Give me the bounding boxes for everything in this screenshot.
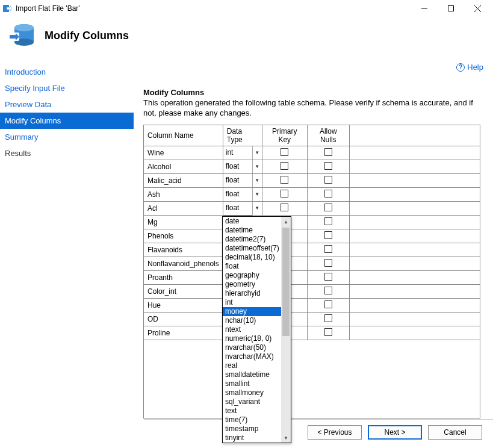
checkbox[interactable]: [324, 328, 332, 336]
dropdown-option[interactable]: nchar(10): [223, 316, 281, 325]
cell-column-name[interactable]: Proanth: [144, 270, 223, 284]
dropdown-option[interactable]: timestamp: [223, 425, 281, 434]
checkbox[interactable]: [324, 300, 332, 308]
dropdown-option[interactable]: sql_variant: [223, 397, 281, 406]
cell-column-name[interactable]: Alcohol: [144, 160, 223, 173]
previous-button[interactable]: < Previous: [308, 425, 362, 440]
checkbox[interactable]: [324, 190, 332, 198]
dropdown-option[interactable]: datetime2(7): [223, 235, 281, 244]
cell-column-name[interactable]: Nonflavanoid_phenols: [144, 257, 223, 270]
dropdown-option[interactable]: smallint: [223, 379, 281, 388]
dropdown-option[interactable]: money: [223, 307, 281, 316]
sidebar-item-summary[interactable]: Summary: [0, 129, 134, 145]
cell-allow-nulls[interactable]: [307, 312, 349, 326]
cell-allow-nulls[interactable]: [307, 146, 349, 160]
checkbox[interactable]: [324, 245, 332, 253]
cell-column-name[interactable]: OD: [144, 312, 223, 326]
cell-allow-nulls[interactable]: [307, 201, 349, 215]
datatype-dropdown[interactable]: datedatetimedatetime2(7)datetimeoffset(7…: [222, 216, 291, 443]
dropdown-option[interactable]: datetimeoffset(7): [223, 244, 281, 253]
cell-data-type[interactable]: int▼: [223, 146, 262, 160]
checkbox[interactable]: [281, 190, 288, 198]
checkbox[interactable]: [324, 273, 332, 281]
checkbox[interactable]: [324, 231, 332, 239]
cell-allow-nulls[interactable]: [307, 298, 349, 312]
checkbox[interactable]: [324, 148, 332, 156]
cell-column-name[interactable]: Proline: [144, 326, 223, 340]
cell-data-type[interactable]: float▼: [223, 160, 262, 173]
scroll-down-arrow[interactable]: ▼: [281, 433, 291, 443]
dropdown-option[interactable]: hierarchyid: [223, 289, 281, 298]
dropdown-option[interactable]: real: [223, 361, 281, 370]
next-button[interactable]: Next >: [368, 425, 422, 440]
sidebar-item-specify-input-file[interactable]: Specify Input File: [0, 80, 134, 96]
cell-column-name[interactable]: Acl: [144, 201, 223, 215]
dropdown-arrow-icon[interactable]: ▼: [252, 160, 262, 173]
cell-allow-nulls[interactable]: [307, 229, 349, 243]
dropdown-option[interactable]: decimal(18, 10): [223, 253, 281, 262]
cell-allow-nulls[interactable]: [307, 215, 349, 229]
sidebar-item-introduction[interactable]: Introduction: [0, 64, 134, 80]
cancel-button[interactable]: Cancel: [428, 425, 482, 440]
dropdown-arrow-icon[interactable]: ▼: [252, 188, 262, 201]
sidebar-item-results[interactable]: Results: [0, 145, 134, 161]
help-link[interactable]: ? Help: [456, 63, 483, 72]
cell-column-name[interactable]: Ash: [144, 187, 223, 201]
cell-allow-nulls[interactable]: [307, 270, 349, 284]
checkbox[interactable]: [324, 176, 332, 184]
dropdown-option[interactable]: text: [223, 406, 281, 415]
cell-column-name[interactable]: Wine: [144, 146, 223, 160]
cell-allow-nulls[interactable]: [307, 326, 349, 340]
dropdown-option[interactable]: float: [223, 262, 281, 271]
checkbox[interactable]: [324, 217, 332, 225]
checkbox[interactable]: [281, 162, 288, 170]
cell-data-type[interactable]: float▼: [223, 173, 262, 187]
checkbox[interactable]: [324, 259, 332, 267]
dropdown-option[interactable]: time(7): [223, 415, 281, 425]
checkbox[interactable]: [324, 287, 332, 294]
cell-column-name[interactable]: Hue: [144, 298, 223, 312]
dropdown-arrow-icon[interactable]: ▼: [252, 202, 262, 215]
cell-primary-key[interactable]: [262, 160, 307, 173]
dropdown-arrow-icon[interactable]: ▼: [252, 146, 262, 160]
cell-column-name[interactable]: Color_int: [144, 284, 223, 298]
sidebar-item-modify-columns[interactable]: Modify Columns: [0, 113, 134, 129]
dropdown-option[interactable]: smallmoney: [223, 388, 281, 397]
maximize-button[interactable]: [438, 0, 464, 17]
checkbox[interactable]: [281, 176, 288, 184]
minimize-button[interactable]: [411, 0, 438, 17]
close-button[interactable]: [464, 0, 491, 17]
dropdown-option[interactable]: smalldatetime: [223, 370, 281, 379]
dropdown-scrollbar[interactable]: ▲ ▼: [281, 217, 291, 443]
dropdown-option[interactable]: numeric(18, 0): [223, 334, 281, 343]
cell-allow-nulls[interactable]: [307, 257, 349, 270]
scroll-thumb[interactable]: [282, 228, 290, 336]
cell-column-name[interactable]: Phenols: [144, 229, 223, 243]
cell-allow-nulls[interactable]: [307, 243, 349, 257]
cell-allow-nulls[interactable]: [307, 187, 349, 201]
dropdown-option[interactable]: geometry: [223, 280, 281, 289]
dropdown-option[interactable]: geography: [223, 271, 281, 280]
dropdown-option[interactable]: int: [223, 298, 281, 307]
sidebar-item-preview-data[interactable]: Preview Data: [0, 96, 134, 113]
scroll-up-arrow[interactable]: ▲: [281, 217, 291, 226]
dropdown-arrow-icon[interactable]: ▼: [252, 174, 262, 187]
checkbox[interactable]: [324, 162, 332, 170]
cell-primary-key[interactable]: [262, 146, 307, 160]
cell-primary-key[interactable]: [262, 173, 307, 187]
dropdown-option[interactable]: tinyint: [223, 434, 281, 443]
cell-column-name[interactable]: Mg: [144, 215, 223, 229]
checkbox[interactable]: [324, 314, 332, 322]
cell-primary-key[interactable]: [262, 201, 307, 215]
checkbox[interactable]: [281, 148, 288, 156]
cell-allow-nulls[interactable]: [307, 173, 349, 187]
dropdown-option[interactable]: date: [223, 217, 281, 226]
cell-data-type[interactable]: float▼: [223, 187, 262, 201]
cell-column-name[interactable]: Flavanoids: [144, 243, 223, 257]
dropdown-option[interactable]: nvarchar(MAX): [223, 352, 281, 361]
cell-allow-nulls[interactable]: [307, 284, 349, 298]
cell-column-name[interactable]: Malic_acid: [144, 173, 223, 187]
cell-primary-key[interactable]: [262, 187, 307, 201]
dropdown-option[interactable]: ntext: [223, 325, 281, 334]
checkbox[interactable]: [324, 204, 332, 211]
